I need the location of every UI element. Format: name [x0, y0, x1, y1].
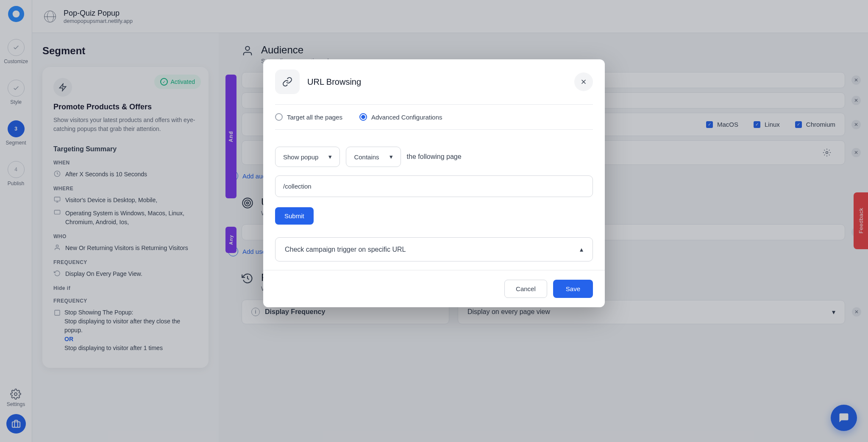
accordion-label: Check campaign trigger on specific URL — [285, 246, 406, 253]
url-browsing-modal: URL Browsing Target all the pages Advanc… — [263, 59, 605, 307]
chevron-down-icon: ▾ — [389, 153, 393, 161]
url-input[interactable] — [275, 175, 593, 197]
check-trigger-accordion[interactable]: Check campaign trigger on specific URL ▴ — [275, 237, 593, 261]
radio-advanced[interactable]: Advanced Configurations — [359, 113, 442, 121]
modal-title: URL Browsing — [307, 77, 361, 87]
link-icon — [275, 69, 300, 94]
modal-overlay: URL Browsing Target all the pages Advanc… — [0, 0, 868, 442]
select-show-popup-value: Show popup — [283, 153, 318, 161]
select-contains-value: Contains — [354, 153, 379, 161]
save-button[interactable]: Save — [553, 280, 593, 298]
chevron-up-icon: ▴ — [580, 245, 583, 253]
radio-icon — [275, 113, 283, 121]
cancel-button[interactable]: Cancel — [504, 280, 547, 298]
submit-button[interactable]: Submit — [275, 207, 314, 225]
chevron-down-icon: ▾ — [328, 153, 332, 161]
close-button[interactable] — [574, 72, 593, 91]
close-icon — [580, 78, 587, 86]
select-show-popup[interactable]: Show popup ▾ — [275, 147, 340, 167]
radio-icon — [359, 113, 367, 121]
select-contains[interactable]: Contains ▾ — [346, 147, 401, 167]
radio-all-label: Target all the pages — [287, 114, 342, 121]
radio-advanced-label: Advanced Configurations — [371, 114, 442, 121]
following-page-text: the following page — [407, 153, 462, 161]
radio-target-all[interactable]: Target all the pages — [275, 113, 342, 121]
